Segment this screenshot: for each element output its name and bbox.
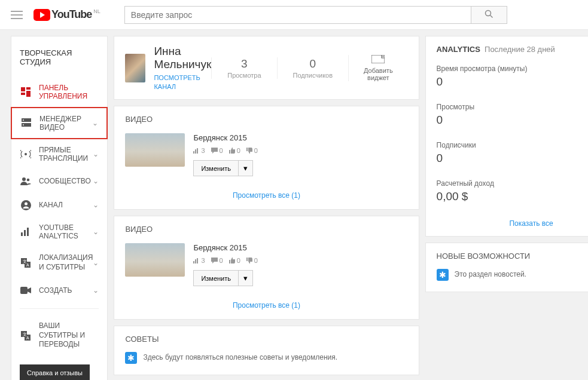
metric-label: Расчетный доход [437, 179, 588, 188]
metric-subscribers: Подписчики 0 [426, 135, 588, 173]
dashboard-icon [20, 87, 32, 97]
sidebar-item-create[interactable]: СОЗДАТЬ ⌄ [11, 278, 107, 302]
view-channel-link[interactable]: ПОСМОТРЕТЬ КАНАЛ [154, 74, 200, 90]
video-stats: 3 0 0 0 [193, 147, 407, 154]
metric-value: 0 [437, 75, 588, 88]
dislikes-stat: 0 [246, 147, 258, 154]
sidebar-item-dashboard[interactable]: ПАНЕЛЬ УПРАВЛЕНИЯ [11, 77, 107, 107]
svg-rect-31 [197, 148, 198, 154]
metric-value: 0 [437, 152, 588, 165]
metric-views: Просмотры 0 [426, 97, 588, 135]
edit-dropdown[interactable]: ▾ [239, 160, 253, 176]
metric-value: 0,00 $ [437, 190, 588, 203]
svg-rect-34 [197, 258, 198, 263]
subtitles-icon: 文A [20, 330, 32, 341]
edit-dropdown[interactable]: ▾ [239, 270, 253, 286]
sidebar-item-subtitles[interactable]: 文A ВАШИ СУБТИТРЫ И ПЕРЕВОДЫ [11, 315, 107, 356]
sidebar-label: YOUTUBE ANALYTICS [39, 223, 93, 240]
star-icon: ✱ [437, 269, 449, 281]
svg-text:A: A [26, 263, 29, 267]
stat-number: 0 [293, 57, 333, 71]
community-icon [20, 176, 32, 186]
likes-stat: 0 [229, 257, 240, 264]
svg-rect-16 [24, 230, 26, 236]
tips-panel: СОВЕТЫ ✱ Здесь будут появляться полезные… [114, 326, 419, 375]
thumb-up-icon [229, 148, 235, 154]
stat-subscribers: 0 Подписчиков [277, 57, 348, 79]
tips-text: Здесь будут появляться полезные советы и… [143, 352, 337, 363]
sidebar-label: СООБЩЕСТВО [39, 177, 93, 185]
sidebar-item-channel[interactable]: КАНАЛ ⌄ [11, 193, 107, 217]
metric-label: Просмотры [437, 103, 588, 111]
panel-title: СОВЕТЫ [114, 326, 418, 350]
views-stat: 3 [193, 257, 205, 264]
svg-rect-2 [21, 87, 25, 91]
panel-title: ВИДЕО [114, 216, 418, 240]
channel-avatar[interactable] [125, 54, 145, 82]
logo-region: NL [93, 8, 100, 14]
view-all-link[interactable]: Просмотреть все (1) [233, 301, 300, 309]
sidebar-item-community[interactable]: СООБЩЕСТВО ⌄ [11, 169, 107, 193]
stat-label: Просмотра [227, 72, 261, 79]
chevron-down-icon: ⌄ [93, 286, 99, 295]
search-button[interactable] [471, 6, 507, 24]
sidebar-item-video-manager[interactable]: МЕНЕДЖЕР ВИДЕО ⌄ [11, 107, 108, 139]
thumb-down-icon [246, 148, 252, 154]
svg-point-9 [23, 124, 24, 125]
channel-name: Инна Мельничук [154, 45, 211, 71]
svg-rect-22 [20, 287, 28, 294]
edit-button[interactable]: Изменить [193, 270, 239, 286]
analytics-title-strong: ANALYTICS [437, 45, 480, 54]
youtube-play-icon [33, 9, 50, 21]
search-icon [485, 10, 493, 19]
views-stat: 3 [193, 147, 205, 154]
analytics-title-sub: Последние 28 дней [485, 45, 555, 54]
sidebar-item-localization[interactable]: 文A ЛОКАЛИЗАЦИЯ И СУБТИТРЫ ⌄ [11, 247, 107, 278]
likes-stat: 0 [229, 147, 240, 154]
sidebar-item-analytics[interactable]: YOUTUBE ANALYTICS ⌄ [11, 217, 107, 247]
channel-header: Инна Мельничук ПОСМОТРЕТЬ КАНАЛ 3 Просмо… [114, 36, 419, 100]
video-thumbnail[interactable] [125, 243, 185, 277]
sidebar-label: ПРЯМЫЕ ТРАНСЛЯЦИИ [39, 146, 93, 163]
show-all-link[interactable]: Показать все [509, 219, 553, 228]
panel-title: ВИДЕО [114, 106, 418, 130]
svg-rect-30 [195, 149, 196, 154]
sidebar-label: ВАШИ СУБТИТРЫ И ПЕРЕВОДЫ [39, 321, 99, 350]
video-title[interactable]: Бердянск 2015 [193, 243, 407, 252]
add-widget-button[interactable]: + Добавить виджет [348, 55, 408, 81]
logo-text: YouTube [51, 8, 92, 21]
chevron-down-icon: ⌄ [93, 228, 99, 236]
translate-icon: 文A [20, 258, 32, 268]
video-title[interactable]: Бердянск 2015 [193, 133, 407, 142]
stat-views: 3 Просмотра [211, 57, 276, 79]
svg-rect-4 [21, 93, 25, 95]
svg-rect-32 [193, 261, 194, 263]
analytics-panel: ANALYTICS Последние 28 дней Время просмо… [425, 36, 588, 237]
view-all-link[interactable]: Просмотреть все (1) [233, 191, 300, 200]
search-input[interactable] [124, 6, 471, 24]
hamburger-icon[interactable] [11, 11, 23, 19]
metric-revenue: Расчетный доход 0,00 $ [426, 173, 588, 212]
bars-icon [193, 148, 199, 154]
chevron-down-icon: ⌄ [92, 119, 98, 127]
video-thumbnail[interactable] [125, 133, 185, 167]
metric-label: Время просмотра (минуты) [437, 65, 588, 73]
feedback-button[interactable]: Справка и отзывы [20, 364, 90, 380]
chevron-down-icon: ⌄ [93, 177, 99, 185]
svg-rect-3 [26, 87, 31, 90]
add-widget-icon: + [359, 55, 397, 65]
thumb-down-icon [246, 258, 252, 263]
stat-number: 3 [227, 57, 261, 71]
sidebar-label: ЛОКАЛИЗАЦИЯ И СУБТИТРЫ [39, 253, 93, 272]
edit-button[interactable]: Изменить [193, 160, 239, 176]
comments-stat: 0 [211, 147, 223, 154]
video-panel-2: ВИДЕО Бердянск 2015 3 0 0 0 Изменить [114, 216, 419, 320]
sidebar-label: ПАНЕЛЬ УПРАВЛЕНИЯ [39, 84, 99, 100]
news-panel: НОВЫЕ ВОЗМОЖНОСТИ ✱ Это раздел новостей. [425, 243, 588, 292]
sidebar-item-live[interactable]: ПРЯМЫЕ ТРАНСЛЯЦИИ ⌄ [11, 139, 107, 169]
chevron-down-icon: ⌄ [93, 259, 99, 267]
search-bar [124, 6, 507, 24]
youtube-logo[interactable]: YouTube NL [33, 8, 100, 21]
sidebar: ТВОРЧЕСКАЯ СТУДИЯ ПАНЕЛЬ УПРАВЛЕНИЯ МЕНЕ… [11, 36, 108, 380]
sidebar-title: ТВОРЧЕСКАЯ СТУДИЯ [11, 45, 107, 77]
